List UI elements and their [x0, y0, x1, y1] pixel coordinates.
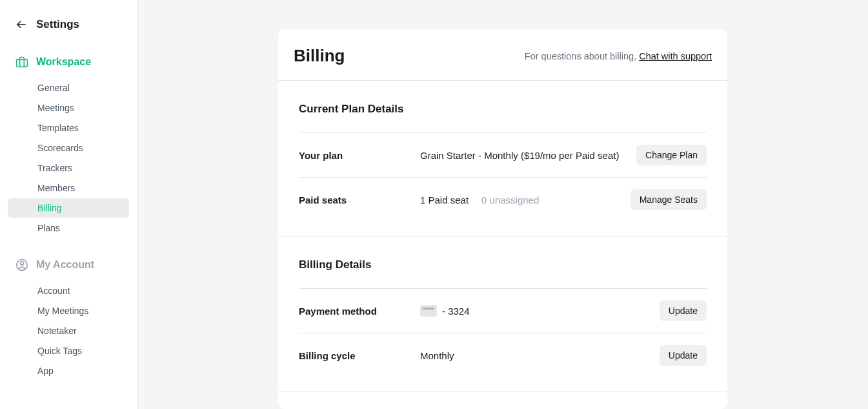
- card-header: Billing For questions about billing, Cha…: [278, 29, 727, 81]
- sidebar-item-quick-tags[interactable]: Quick Tags: [8, 341, 129, 361]
- seats-unassigned: 0 unassigned: [481, 194, 539, 205]
- billing-details-title: Billing Details: [299, 258, 707, 271]
- card-last4: - 3324: [442, 306, 470, 317]
- main-content: Billing For questions about billing, Cha…: [137, 0, 868, 409]
- back-arrow-icon[interactable]: [15, 19, 27, 30]
- sidebar-item-trackers[interactable]: Trackers: [8, 158, 129, 178]
- plan-value: Grain Starter - Monthly ($19/mo per Paid…: [420, 150, 636, 161]
- billing-details-section: Billing Details Payment method - 3324 Up…: [278, 236, 727, 392]
- seats-value: 1 Paid seat 0 unassigned: [420, 194, 631, 205]
- sidebar-item-scorecards[interactable]: Scorecards: [8, 138, 129, 158]
- sidebar-title: Settings: [36, 18, 79, 31]
- seats-row: Paid seats 1 Paid seat 0 unassigned Mana…: [299, 177, 707, 222]
- header-help: For questions about billing, Chat with s…: [525, 51, 712, 61]
- credit-card-icon: [420, 305, 437, 317]
- sidebar-item-plans[interactable]: Plans: [8, 218, 129, 238]
- sidebar-item-app[interactable]: App: [8, 361, 129, 381]
- manage-seats-button[interactable]: Manage Seats: [631, 189, 707, 210]
- sidebar-item-billing[interactable]: Billing: [8, 198, 129, 218]
- current-plan-section: Current Plan Details Your plan Grain Sta…: [278, 81, 727, 236]
- sidebar-header: Settings: [8, 18, 129, 47]
- sidebar-item-meetings[interactable]: Meetings: [8, 98, 129, 118]
- help-prefix: For questions about billing,: [525, 51, 639, 61]
- change-plan-button[interactable]: Change Plan: [636, 145, 707, 165]
- payment-method-value: - 3324: [420, 305, 660, 317]
- update-payment-button[interactable]: Update: [660, 300, 707, 321]
- sidebar-item-general[interactable]: General: [8, 78, 129, 98]
- sidebar-item-templates[interactable]: Templates: [8, 118, 129, 138]
- plan-label: Your plan: [299, 150, 420, 161]
- sidebar-item-my-meetings[interactable]: My Meetings: [8, 301, 129, 320]
- seats-label: Paid seats: [299, 194, 420, 205]
- update-cycle-button[interactable]: Update: [660, 345, 707, 366]
- sidebar-item-members[interactable]: Members: [8, 178, 129, 198]
- workspace-nav-list: General Meetings Templates Scorecards Tr…: [8, 74, 129, 238]
- billing-cycle-value: Monthly: [420, 350, 660, 361]
- sidebar-item-notetaker[interactable]: Notetaker: [8, 321, 129, 341]
- chat-support-link[interactable]: Chat with support: [639, 51, 712, 61]
- current-plan-title: Current Plan Details: [299, 103, 707, 116]
- billing-card: Billing For questions about billing, Cha…: [278, 29, 727, 409]
- seats-count: 1 Paid seat: [420, 194, 469, 205]
- account-nav-list: Account My Meetings Notetaker Quick Tags…: [8, 277, 129, 381]
- workspace-section-header[interactable]: Workspace: [8, 50, 129, 74]
- account-section-header[interactable]: My Account: [8, 253, 129, 277]
- payment-method-row: Payment method - 3324 Update: [299, 288, 707, 333]
- account-label: My Account: [36, 259, 94, 271]
- workspace-label: Workspace: [36, 56, 91, 68]
- sidebar-item-account[interactable]: Account: [8, 281, 129, 300]
- briefcase-icon: [15, 56, 28, 68]
- settings-sidebar: Settings Workspace General Meetings Temp…: [0, 0, 137, 409]
- billing-cycle-row: Billing cycle Monthly Update: [299, 333, 707, 377]
- svg-point-3: [20, 262, 23, 265]
- user-icon: [15, 258, 28, 271]
- page-title: Billing: [294, 46, 345, 66]
- payment-method-label: Payment method: [299, 306, 420, 317]
- billing-cycle-label: Billing cycle: [299, 350, 420, 361]
- plan-row: Your plan Grain Starter - Monthly ($19/m…: [299, 132, 707, 177]
- svg-rect-1: [17, 59, 28, 67]
